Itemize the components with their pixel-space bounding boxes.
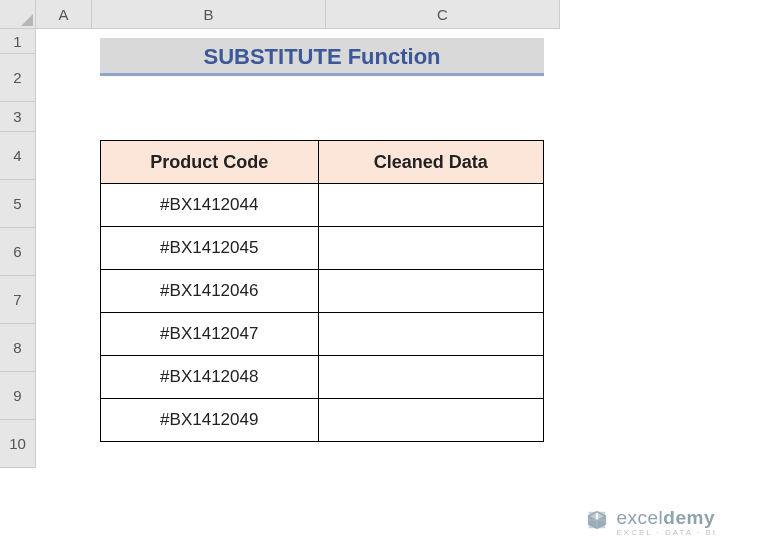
- row-header-3[interactable]: 3: [0, 102, 36, 132]
- cell-product-code[interactable]: #BX1412046: [101, 270, 319, 313]
- column-header-c[interactable]: C: [326, 0, 560, 29]
- brand-prefix: excel: [616, 507, 663, 528]
- row-header-10[interactable]: 10: [0, 420, 36, 468]
- table-row: #BX1412046: [101, 270, 544, 313]
- row-header-2[interactable]: 2: [0, 54, 36, 102]
- cell-cleaned-data[interactable]: [318, 227, 543, 270]
- table-row: #BX1412049: [101, 399, 544, 442]
- table-row: #BX1412048: [101, 356, 544, 399]
- page-title: SUBSTITUTE Function: [100, 38, 544, 76]
- data-table: Product Code Cleaned Data #BX1412044 #BX…: [100, 140, 544, 442]
- cell-cleaned-data[interactable]: [318, 184, 543, 227]
- brand-tagline: EXCEL · DATA · BI: [616, 528, 717, 537]
- row-header-6[interactable]: 6: [0, 228, 36, 276]
- cell-product-code[interactable]: #BX1412049: [101, 399, 319, 442]
- cell-product-code[interactable]: #BX1412047: [101, 313, 319, 356]
- row-header-9[interactable]: 9: [0, 372, 36, 420]
- column-header-b[interactable]: B: [92, 0, 326, 29]
- row-header-4[interactable]: 4: [0, 132, 36, 180]
- cell-product-code[interactable]: #BX1412048: [101, 356, 319, 399]
- row-header-7[interactable]: 7: [0, 276, 36, 324]
- exceldemy-logo-icon: [586, 509, 608, 535]
- row-header-8[interactable]: 8: [0, 324, 36, 372]
- column-header-a[interactable]: A: [36, 0, 92, 29]
- cell-product-code[interactable]: #BX1412045: [101, 227, 319, 270]
- select-all-corner[interactable]: [0, 0, 36, 29]
- table-header-product-code[interactable]: Product Code: [101, 141, 319, 184]
- table-row: #BX1412044: [101, 184, 544, 227]
- row-header-5[interactable]: 5: [0, 180, 36, 228]
- cell-product-code[interactable]: #BX1412044: [101, 184, 319, 227]
- table-header-cleaned-data[interactable]: Cleaned Data: [318, 141, 543, 184]
- cell-cleaned-data[interactable]: [318, 399, 543, 442]
- brand-suffix: demy: [663, 507, 715, 528]
- cell-cleaned-data[interactable]: [318, 313, 543, 356]
- table-row: #BX1412045: [101, 227, 544, 270]
- cell-cleaned-data[interactable]: [318, 270, 543, 313]
- watermark-text: exceldemy EXCEL · DATA · BI: [616, 507, 717, 537]
- row-header-1[interactable]: 1: [0, 29, 36, 54]
- table-row: #BX1412047: [101, 313, 544, 356]
- watermark: exceldemy EXCEL · DATA · BI: [586, 507, 717, 537]
- cell-cleaned-data[interactable]: [318, 356, 543, 399]
